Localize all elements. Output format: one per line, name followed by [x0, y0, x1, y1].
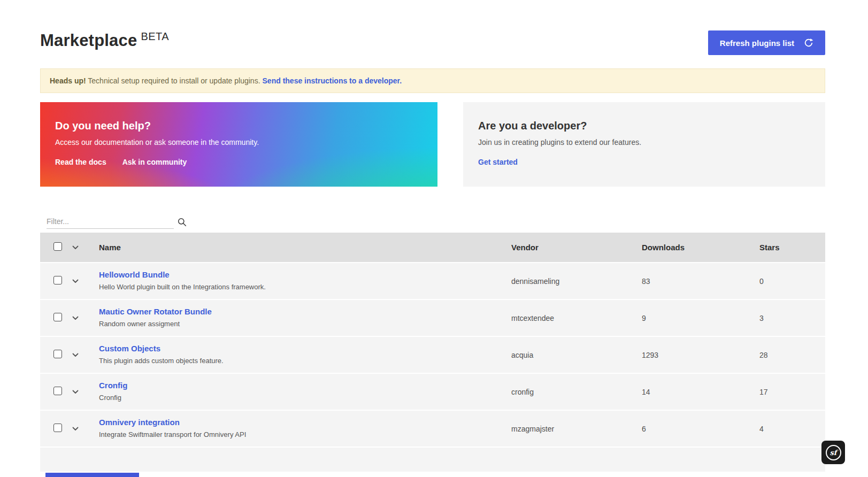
plugin-description: Random owner assigment [99, 320, 511, 328]
plugin-stars: 17 [759, 388, 825, 396]
plugin-stars: 4 [759, 425, 825, 433]
row-expand-caret[interactable] [72, 316, 79, 320]
symfony-profiler-button[interactable]: sf [821, 441, 845, 464]
plugin-downloads: 14 [642, 388, 759, 396]
help-card-body: Access our documentation or ask someone … [55, 138, 423, 147]
developer-card-title: Are you a developer? [478, 120, 810, 132]
symfony-icon: sf [826, 445, 841, 460]
plugin-vendor: mtcextendee [511, 314, 642, 322]
notice-bold-text: Heads up! [50, 76, 86, 85]
plugin-name-link[interactable]: Custom Objects [99, 344, 160, 353]
table-row: Omnivery integration Integrate Swiftmail… [40, 411, 825, 448]
plugin-stars: 0 [759, 277, 825, 286]
search-button[interactable] [178, 218, 187, 227]
column-header-downloads: Downloads [642, 243, 759, 252]
plugin-downloads: 9 [642, 314, 759, 322]
help-card: Do you need help? Access our documentati… [40, 102, 437, 187]
page-title: Marketplace [40, 31, 137, 50]
row-checkbox[interactable] [53, 313, 62, 321]
ask-in-community-link[interactable]: Ask in community [122, 158, 187, 166]
plugin-stars: 28 [759, 351, 825, 359]
chevron-down-icon [72, 427, 79, 431]
row-expand-caret[interactable] [72, 353, 79, 357]
page-container: MarketplaceBETA Refresh plugins list Hea… [40, 31, 825, 472]
developer-card: Are you a developer? Join us in creating… [463, 102, 825, 187]
profiler-toolbar-fragment [45, 473, 139, 477]
plugin-description: This plugin adds custom objects feature. [99, 357, 511, 365]
row-expand-caret[interactable] [72, 427, 79, 431]
plugin-vendor: acquia [511, 351, 642, 359]
send-instructions-link[interactable]: Send these instructions to a developer. [263, 76, 402, 85]
plugin-description: Cronfig [99, 394, 511, 402]
plugin-name-link[interactable]: Cronfig [99, 381, 127, 390]
column-header-vendor: Vendor [511, 243, 642, 252]
table-row: Cronfig Cronfig cronfig 14 17 [40, 374, 825, 411]
plugin-vendor: mzagmajster [511, 425, 642, 433]
setup-notice-banner: Heads up! Technical setup required to in… [40, 68, 825, 93]
plugin-name-link[interactable]: Helloworld Bundle [99, 270, 170, 279]
column-header-stars: Stars [759, 243, 825, 252]
table-row-partial [40, 448, 825, 472]
row-checkbox[interactable] [53, 276, 62, 284]
refresh-icon [804, 38, 813, 48]
chevron-down-icon [72, 353, 79, 357]
plugin-vendor: dennisameling [511, 277, 642, 286]
chevron-down-icon [72, 390, 79, 394]
chevron-down-icon [72, 279, 79, 283]
refresh-button-label: Refresh plugins list [720, 39, 794, 48]
table-header-row: Name Vendor Downloads Stars [40, 233, 825, 263]
help-card-title: Do you need help? [55, 120, 423, 132]
row-checkbox[interactable] [53, 387, 62, 395]
plugin-downloads: 83 [642, 277, 759, 286]
chevron-down-icon [72, 316, 79, 320]
plugin-downloads: 1293 [642, 351, 759, 359]
read-the-docs-link[interactable]: Read the docs [55, 158, 106, 166]
notice-text: Technical setup required to install or u… [86, 76, 260, 85]
plugin-description: Integrate Swiftmailer transport for Omni… [99, 430, 511, 438]
bulk-actions-caret[interactable] [72, 245, 79, 250]
row-checkbox[interactable] [53, 424, 62, 432]
plugin-stars: 3 [759, 314, 825, 322]
table-row: Custom Objects This plugin adds custom o… [40, 337, 825, 374]
plugin-vendor: cronfig [511, 388, 642, 396]
plugin-name-link[interactable]: Omnivery integration [99, 418, 180, 427]
get-started-link[interactable]: Get started [478, 158, 518, 166]
developer-card-body: Join us in creating plugins to extend ou… [478, 138, 810, 147]
info-cards: Do you need help? Access our documentati… [40, 102, 825, 187]
column-header-name: Name [99, 243, 511, 252]
plugin-description: Hello World plugin built on the Integrat… [99, 283, 511, 291]
table-body: Helloworld Bundle Hello World plugin bui… [40, 263, 825, 448]
beta-badge: BETA [141, 30, 169, 42]
filter-bar [40, 215, 825, 229]
table-row: Helloworld Bundle Hello World plugin bui… [40, 263, 825, 300]
row-checkbox[interactable] [53, 350, 62, 358]
row-expand-caret[interactable] [72, 279, 79, 283]
chevron-down-icon [72, 245, 79, 250]
plugin-downloads: 6 [642, 425, 759, 433]
page-header: MarketplaceBETA Refresh plugins list [40, 31, 825, 56]
row-expand-caret[interactable] [72, 390, 79, 394]
plugin-name-link[interactable]: Mautic Owner Rotator Bundle [99, 307, 212, 316]
select-all-checkbox[interactable] [53, 242, 62, 251]
table-row: Mautic Owner Rotator Bundle Random owner… [40, 300, 825, 337]
plugins-table: Name Vendor Downloads Stars Helloworld B… [40, 233, 825, 472]
search-icon [178, 218, 187, 227]
filter-input[interactable] [47, 216, 174, 229]
refresh-plugins-button[interactable]: Refresh plugins list [708, 30, 825, 55]
